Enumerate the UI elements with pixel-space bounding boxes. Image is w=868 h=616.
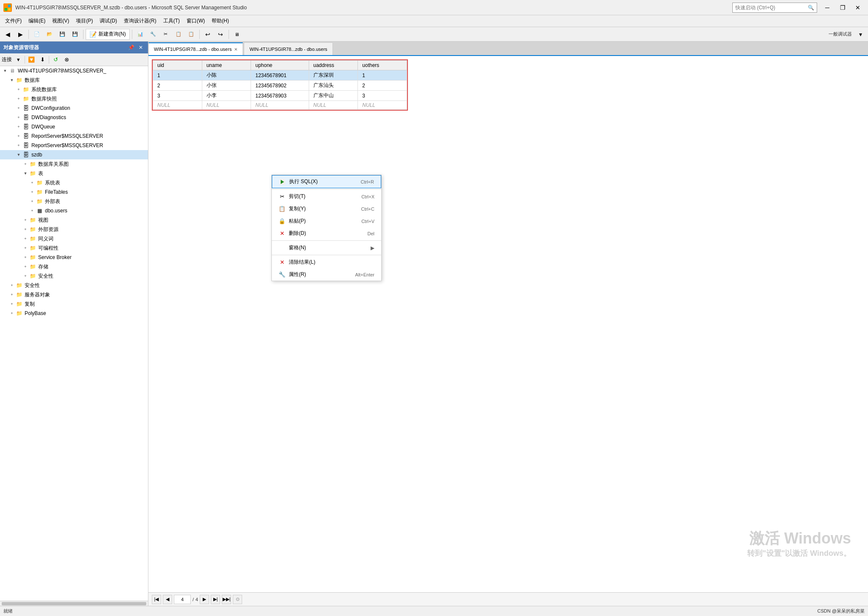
ctx-properties[interactable]: 🔧 属性(R) Alt+Enter (272, 268, 381, 281)
expand-security[interactable]: + (22, 273, 29, 279)
toolbar-btn-2[interactable]: 🔧 (147, 29, 159, 40)
menu-help[interactable]: 帮助(H) (208, 16, 232, 26)
expand-sb[interactable]: + (22, 254, 29, 261)
page-next-button[interactable]: ▶ (200, 595, 209, 604)
tree-item-synonyms[interactable]: + 📁 同义词 (0, 234, 148, 243)
ctx-clear-results[interactable]: ✕ 清除结果(L) (272, 256, 381, 268)
expand-system-dbs[interactable]: + (15, 86, 22, 93)
toolbar-btn-5[interactable]: 📋 (185, 29, 197, 40)
oe-close-button[interactable]: ✕ (137, 45, 145, 50)
ctx-pane[interactable]: 窗格(N) ▶ (272, 242, 381, 254)
tree-item-ext-tables[interactable]: + 📁 外部表 (0, 197, 148, 206)
open-button[interactable]: 📂 (44, 29, 56, 40)
tab-2[interactable]: WIN-4T1UPSGIR78...zdb - dbo.users (244, 42, 332, 55)
oe-stop-button[interactable]: ⊗ (62, 55, 71, 64)
expand-sys-tables[interactable]: + (29, 179, 36, 186)
menu-query-designer[interactable]: 查询设计器(R) (120, 16, 160, 26)
expand-server[interactable]: ▼ (2, 67, 8, 74)
toolbar-btn-3[interactable]: ✂ (160, 29, 172, 40)
page-stop-button[interactable]: ⊙ (233, 595, 242, 604)
menu-debug[interactable]: 调试(D) (96, 16, 120, 26)
expand-polybase[interactable]: + (8, 310, 15, 317)
oe-pin-button[interactable]: 📌 (126, 45, 136, 50)
oe-scroll-thumb[interactable] (2, 602, 146, 605)
page-end-button[interactable]: ▶▶| (222, 595, 231, 604)
tree-item-views[interactable]: + 📁 视图 (0, 215, 148, 225)
redo-button[interactable]: ↪ (215, 29, 226, 40)
restore-button[interactable]: ❐ (836, 3, 849, 12)
monitor-button[interactable]: 🖥 (231, 29, 243, 40)
toolbar-btn-4[interactable]: 📋 (173, 29, 184, 40)
expand-dbo-users[interactable]: + (29, 207, 36, 214)
expand-dwdiag[interactable]: + (15, 114, 22, 121)
menu-view[interactable]: 视图(V) (49, 16, 73, 26)
oe-horizontal-scrollbar[interactable] (0, 601, 148, 606)
table-row-null[interactable]: NULL NULL NULL NULL (153, 101, 407, 110)
page-prev-button[interactable]: ◀ (163, 595, 172, 604)
page-first-button[interactable]: |◀ (152, 595, 161, 604)
oe-filter2-button[interactable]: ⬇ (38, 55, 47, 64)
expand-tables[interactable]: ▼ (22, 170, 29, 177)
expand-synonyms[interactable]: + (22, 235, 29, 242)
expand-filetables[interactable]: + (29, 189, 36, 195)
tree-item-polybase[interactable]: + 📁 PolyBase (0, 309, 148, 318)
oe-refresh-button[interactable]: ↺ (51, 55, 60, 64)
tree-item-db-snapshots[interactable]: + 📁 数据库快照 (0, 94, 148, 103)
tree-item-dbdiagram[interactable]: + 📁 数据库关系图 (0, 159, 148, 169)
tree-item-security[interactable]: + 📁 安全性 (0, 271, 148, 281)
forward-button[interactable]: ▶ (14, 29, 26, 40)
expand-prog[interactable]: + (22, 245, 29, 251)
toolbar-btn-1[interactable]: 📊 (134, 29, 146, 40)
tab-1-close[interactable]: ✕ (234, 47, 237, 52)
ctx-copy[interactable]: 📋 复制(Y) Ctrl+C (272, 203, 381, 215)
quick-launch-box[interactable]: 🔍 (732, 3, 817, 13)
expand-dbdiagram[interactable]: + (22, 161, 29, 167)
tree-item-sys-tables[interactable]: + 📁 系统表 (0, 178, 148, 187)
tab-1[interactable]: WIN-4T1UPSGIR78...zdb - dbo.users ✕ (148, 42, 243, 55)
tree-item-reportserver2[interactable]: + 🗄 ReportServer$MSSQLSERVER (0, 141, 148, 150)
tree-item-tables-folder[interactable]: ▼ 📁 表 (0, 169, 148, 178)
undo-button[interactable]: ↩ (202, 29, 214, 40)
tree-item-dwconfig[interactable]: + 🗄 DWConfiguration (0, 103, 148, 113)
table-row[interactable]: 1 小陈 12345678901 广东深圳 1 (153, 70, 407, 81)
minimize-button[interactable]: ─ (821, 3, 834, 12)
ctx-cut[interactable]: ✂ 剪切(T) Ctrl+X (272, 190, 381, 203)
saveall-button[interactable]: 💾 (69, 29, 81, 40)
quick-launch-input[interactable] (735, 5, 808, 11)
expand-ext-resources[interactable]: + (22, 226, 29, 233)
menu-edit[interactable]: 编辑(E) (25, 16, 49, 26)
tree-item-filetables[interactable]: + 📁 FileTables (0, 187, 148, 197)
tree-item-storage[interactable]: + 📁 存储 (0, 262, 148, 271)
expand-security-top[interactable]: + (8, 282, 15, 289)
expand-databases[interactable]: ▼ (8, 77, 15, 84)
ctx-execute-sql[interactable]: 执行 SQL(X) Ctrl+R (272, 175, 381, 188)
table-row[interactable]: 2 小张 12345678902 广东汕头 2 (153, 81, 407, 91)
expand-dwqueue[interactable]: + (15, 123, 22, 130)
tree-item-dwdiag[interactable]: + 🗄 DWDiagnostics (0, 113, 148, 122)
save-button[interactable]: 💾 (56, 29, 68, 40)
tree-item-programmability[interactable]: + 📁 可编程性 (0, 243, 148, 253)
new-button[interactable]: 📄 (31, 29, 43, 40)
tree-item-server-objects[interactable]: + 📁 服务器对象 (0, 290, 148, 299)
expand-server-objects[interactable]: + (8, 291, 15, 298)
ctx-delete[interactable]: ✕ 删除(D) Del (272, 227, 381, 240)
tree-item-security-top[interactable]: + 📁 安全性 (0, 281, 148, 290)
expand-dwconfig[interactable]: + (15, 105, 22, 111)
tree-item-server[interactable]: ▼ 🖥 WIN-4T1UPSGIR78\MSSQLSERVER_ (0, 66, 148, 75)
back-button[interactable]: ◀ (2, 29, 14, 40)
oe-connect-button[interactable]: ▾ (14, 55, 23, 64)
expand-db-snapshots[interactable]: + (15, 95, 22, 102)
tree-item-databases[interactable]: ▼ 📁 数据库 (0, 75, 148, 85)
expand-ext-tables[interactable]: + (29, 198, 36, 205)
tree-item-ext-resources[interactable]: + 📁 外部资源 (0, 225, 148, 234)
page-last-button[interactable]: ▶| (211, 595, 220, 604)
ctx-paste[interactable]: 🔒 粘贴(P) Ctrl+V (272, 215, 381, 227)
tree-item-service-broker[interactable]: + 📁 Service Broker (0, 253, 148, 262)
tree-item-szdb[interactable]: ▼ 🗄 szdb (0, 150, 148, 159)
expand-replication[interactable]: + (8, 301, 15, 307)
tree-item-replication[interactable]: + 📁 复制 (0, 299, 148, 309)
menu-project[interactable]: 项目(P) (73, 16, 96, 26)
expand-rs2[interactable]: + (15, 142, 22, 149)
expand-rs1[interactable]: + (15, 133, 22, 139)
menu-file[interactable]: 文件(F) (2, 16, 25, 26)
